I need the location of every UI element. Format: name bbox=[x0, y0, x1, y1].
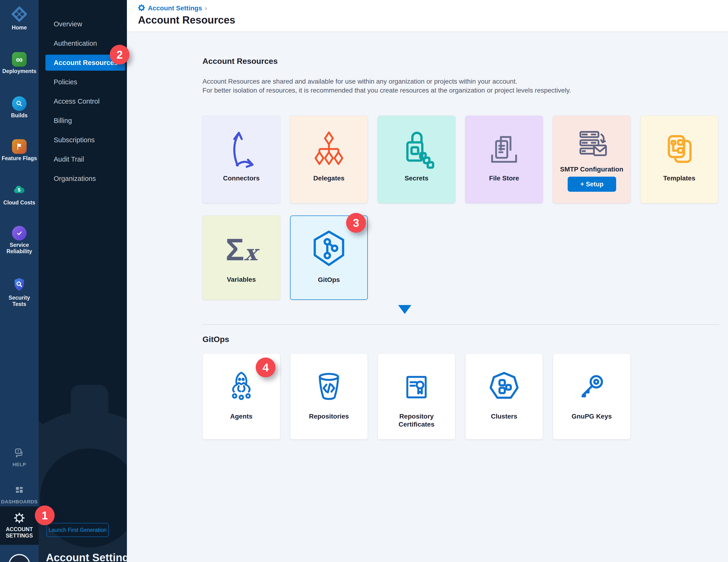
repository-certificates-icon bbox=[378, 365, 455, 410]
card-smtp-configuration[interactable]: SMTP Configuration+ Setup bbox=[553, 116, 631, 203]
description-line-1: Account Resources are shared and availab… bbox=[202, 77, 719, 86]
resource-cards-row-2: ΣxVariablesGitOps bbox=[202, 215, 719, 300]
rail-item-label: Home bbox=[0, 24, 39, 31]
cloud-costs-icon: $ bbox=[0, 182, 39, 198]
card-gnupg-keys[interactable]: GnuPG Keys bbox=[553, 353, 631, 440]
card-templates[interactable]: Templates bbox=[640, 116, 718, 203]
secrets-icon bbox=[378, 127, 455, 172]
file-store-icon bbox=[465, 127, 543, 172]
clusters-icon bbox=[465, 365, 543, 410]
gear-icon bbox=[14, 513, 25, 524]
svg-text:?: ? bbox=[17, 449, 19, 453]
annotation-badge-1: 1 bbox=[35, 506, 55, 525]
delegates-icon bbox=[290, 127, 368, 172]
account-settings-label-line2: SETTINGS bbox=[6, 533, 33, 539]
sidebar-item-access-control[interactable]: Access Control bbox=[39, 93, 127, 109]
sidebar-item-subscriptions[interactable]: Subscriptions bbox=[39, 132, 127, 148]
settings-sidebar: Launch First Generation Account Settings… bbox=[39, 0, 127, 562]
card-label: SMTP Configuration bbox=[553, 165, 630, 173]
card-label: Repository Certificates bbox=[378, 413, 455, 429]
rail-item-dashboards[interactable]: DASHBOARDS bbox=[0, 485, 39, 505]
card-clusters[interactable]: Clusters bbox=[465, 353, 543, 440]
smtp-setup-button[interactable]: + Setup bbox=[568, 177, 616, 192]
gitops-heading: GitOps bbox=[202, 335, 719, 344]
card-repositories[interactable]: Repositories bbox=[290, 353, 368, 440]
breadcrumb-chevron-icon: › bbox=[205, 4, 207, 12]
section-description: Account Resources are shared and availab… bbox=[202, 77, 719, 95]
harness-logo-icon bbox=[0, 6, 39, 23]
service-reliability-icon bbox=[0, 226, 39, 240]
gear-icon bbox=[138, 4, 145, 12]
feature-flags-icon bbox=[0, 139, 39, 154]
sidebar-footer-title: Account Settings bbox=[46, 551, 127, 562]
sidebar-item-audit-trail[interactable]: Audit Trail bbox=[39, 151, 127, 167]
card-label: Connectors bbox=[203, 174, 280, 182]
annotation-badge-3: 3 bbox=[346, 213, 366, 233]
rail-item-label: HELP bbox=[0, 461, 39, 468]
card-label: File Store bbox=[465, 174, 543, 182]
variables-icon: Σx bbox=[203, 227, 280, 272]
gitops-pointer-icon bbox=[398, 305, 411, 314]
avatar[interactable]: MC bbox=[8, 554, 30, 562]
page-header: Account Settings › Account Resources bbox=[127, 0, 728, 32]
card-label: GnuPG Keys bbox=[553, 413, 630, 421]
smtp-icon bbox=[553, 124, 630, 164]
rail-item-security-tests[interactable]: Security Tests bbox=[0, 277, 39, 308]
page-title: Account Resources bbox=[138, 14, 728, 26]
annotation-badge-4: 4 bbox=[256, 358, 275, 377]
sidebar-item-organizations[interactable]: Organizations bbox=[39, 170, 127, 186]
left-rail: ACCOUNT SETTINGS MC Home∞DeploymentsBuil… bbox=[0, 0, 39, 562]
rail-item-service-reliability[interactable]: Service Reliability bbox=[0, 226, 39, 254]
gnupg-keys-icon bbox=[553, 365, 630, 410]
sidebar-item-billing[interactable]: Billing bbox=[39, 113, 127, 129]
card-label: Agents bbox=[203, 413, 280, 421]
gitops-cards-row: AgentsRepositoriesRepository Certificate… bbox=[202, 353, 719, 440]
rail-item-label: Deployments bbox=[0, 68, 39, 74]
rail-item-cloud-costs[interactable]: $Cloud Costs bbox=[0, 182, 39, 206]
security-tests-icon bbox=[0, 277, 39, 293]
app-root: ACCOUNT SETTINGS MC Home∞DeploymentsBuil… bbox=[0, 0, 728, 562]
rail-item-help[interactable]: ?HELP bbox=[0, 447, 39, 468]
launch-first-generation-button[interactable]: Launch First Generation bbox=[46, 523, 109, 537]
card-connectors[interactable]: Connectors bbox=[202, 116, 280, 203]
sidebar-item-policies[interactable]: Policies bbox=[39, 74, 127, 90]
card-label: Templates bbox=[641, 174, 718, 182]
card-secrets[interactable]: Secrets bbox=[378, 116, 455, 203]
section-heading: Account Resources bbox=[202, 56, 719, 66]
rail-item-label: Feature Flags bbox=[0, 155, 39, 161]
card-delegates[interactable]: Delegates bbox=[290, 116, 368, 203]
description-line-2: For better isolation of resources, it is… bbox=[202, 86, 719, 95]
card-label: Delegates bbox=[290, 174, 368, 182]
repositories-icon bbox=[290, 365, 368, 410]
rail-item-builds[interactable]: Builds bbox=[0, 96, 39, 119]
resource-cards-row-1: ConnectorsDelegatesSecretsFile StoreSMTP… bbox=[202, 116, 719, 203]
breadcrumb: Account Settings › bbox=[127, 0, 728, 12]
content: Account Resources Account Resources are … bbox=[127, 32, 728, 562]
card-label: GitOps bbox=[291, 276, 367, 284]
rail-item-deployments[interactable]: ∞Deployments bbox=[0, 52, 39, 74]
card-variables[interactable]: ΣxVariables bbox=[202, 215, 280, 300]
account-settings-label-line1: ACCOUNT bbox=[6, 526, 33, 533]
rail-item-label: Security Tests bbox=[0, 295, 39, 308]
rail-item-label: Cloud Costs bbox=[0, 199, 39, 206]
section-divider bbox=[202, 324, 719, 325]
rail-item-label: Builds bbox=[0, 112, 39, 119]
help-icon: ? bbox=[0, 447, 39, 460]
card-repository-certificates[interactable]: Repository Certificates bbox=[378, 353, 455, 440]
dashboards-icon bbox=[0, 485, 39, 497]
sidebar-item-overview[interactable]: Overview bbox=[39, 16, 127, 32]
card-label: Variables bbox=[203, 275, 280, 284]
card-label: Clusters bbox=[465, 413, 543, 421]
card-file-store[interactable]: File Store bbox=[465, 116, 543, 203]
breadcrumb-account-settings-link[interactable]: Account Settings bbox=[148, 4, 202, 12]
rail-item-feature-flags[interactable]: Feature Flags bbox=[0, 139, 39, 161]
annotation-badge-2: 2 bbox=[110, 45, 129, 64]
builds-icon bbox=[0, 96, 39, 111]
gitops-icon bbox=[291, 227, 367, 272]
templates-icon bbox=[641, 127, 718, 172]
sidebar-item-account-settings[interactable]: ACCOUNT SETTINGS bbox=[0, 506, 39, 545]
card-label: Secrets bbox=[378, 174, 455, 182]
rail-item-home[interactable]: Home bbox=[0, 6, 39, 31]
deployments-icon: ∞ bbox=[0, 52, 39, 67]
rail-item-label: DASHBOARDS bbox=[0, 498, 39, 505]
